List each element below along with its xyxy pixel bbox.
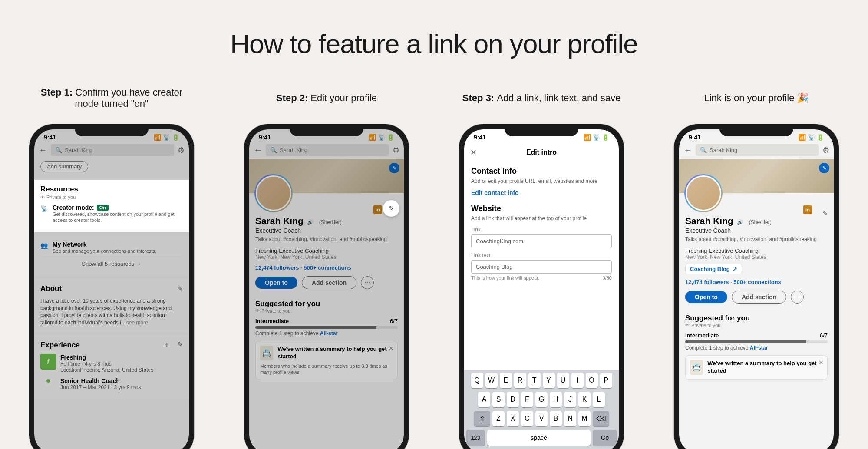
key-w[interactable]: W [485,373,498,388]
my-network-card[interactable]: 👥 My Network See and manage your connect… [34,236,189,276]
key-e[interactable]: E [500,373,512,388]
experience-item-2[interactable]: Senior Health Coach Jun 2017 – Mar 2021 … [40,377,183,390]
space-key[interactable]: space [487,430,591,446]
numbers-key[interactable]: 123 [466,430,485,446]
key-l[interactable]: L [593,392,605,407]
phone-frame-3: 9:41 📶 📡 🔋 ✕ Edit intro Contact info Add… [459,124,624,449]
add-section-button[interactable]: Add section [302,276,356,289]
link-input[interactable] [471,234,612,248]
search-input[interactable]: 🔍 Sarah King [696,144,819,156]
keyboard-row-1: QWERTYUIOP [466,373,617,388]
add-section-button[interactable]: Add section [732,291,786,304]
key-q[interactable]: Q [471,373,483,388]
linktext-input[interactable] [471,260,612,274]
edit-profile-icon[interactable]: ✎ [823,210,828,217]
keyboard[interactable]: QWERTYUIOP ASDFGHJKL ⇧ ZXCVBNM ⌫ 123 spa… [464,370,619,449]
creator-mode-item[interactable]: 📡 Creator mode: On Get discovered, showc… [40,204,183,224]
backspace-key[interactable]: ⌫ [593,411,609,426]
avatar[interactable] [684,174,723,212]
key-f[interactable]: F [521,392,533,407]
edit-experience-icon[interactable]: ✎ [177,340,183,350]
phone-screen-3: 9:41 📶 📡 🔋 ✕ Edit intro Contact info Add… [464,129,619,449]
edit-cover-icon[interactable]: ✎ [819,163,829,173]
steps-row: Step 1:Confirm you have creator mode tur… [0,85,868,449]
back-arrow-icon[interactable]: ← [39,145,47,155]
profile-actions: Open to Add section ⋯ [255,276,398,289]
key-k[interactable]: K [578,392,591,407]
key-d[interactable]: D [507,392,519,407]
go-key[interactable]: Go [593,430,617,446]
contact-subtext: Add or edit your profile URL, email, web… [471,178,612,185]
avatar[interactable] [254,174,293,212]
search-input[interactable]: 🔍 Sarah King [51,144,174,156]
search-row: ← 🔍 Sarah King ⚙ [679,141,834,159]
key-i[interactable]: I [571,373,584,388]
more-button[interactable]: ⋯ [361,276,374,289]
key-u[interactable]: U [557,373,569,388]
back-arrow-icon[interactable]: ← [254,145,262,155]
key-z[interactable]: Z [492,411,505,426]
edit-cover-icon[interactable]: ✎ [389,163,399,173]
close-icon[interactable]: ✕ [470,148,477,157]
close-icon[interactable]: ✕ [818,359,824,366]
key-t[interactable]: T [528,373,541,388]
key-x[interactable]: X [507,411,519,426]
summary-icon: 📇 [690,360,703,375]
key-h[interactable]: H [550,392,562,407]
back-arrow-icon[interactable]: ← [683,145,692,155]
show-all-link[interactable]: Show all 5 resources → [40,257,183,271]
signal-icon: 📶 [154,134,161,141]
key-a[interactable]: A [478,392,490,407]
key-y[interactable]: Y [543,373,555,388]
key-g[interactable]: G [535,392,548,407]
key-r[interactable]: R [514,373,526,388]
modal-header: ✕ Edit intro [464,141,619,162]
profile-stats[interactable]: 12,474 followers · 500+ connections [255,264,398,271]
close-icon[interactable]: ✕ [389,345,394,352]
phone-screen-2: 9:41 📶 📡 🔋 ← 🔍 Sarah King ⚙ ✎ in ✎ [249,129,404,449]
open-to-button[interactable]: Open to [255,277,297,289]
keyboard-row-3: ⇧ ZXCVBNM ⌫ [466,411,617,426]
complete-text: Complete 1 step to achieve All-star [255,330,398,337]
key-o[interactable]: O [586,373,598,388]
see-more-link[interactable]: see more [126,320,148,326]
search-input[interactable]: 🔍 Sarah King [266,144,389,156]
key-m[interactable]: M [578,411,591,426]
key-s[interactable]: S [492,392,505,407]
edit-about-icon[interactable]: ✎ [178,285,183,292]
speaker-icon[interactable]: 🔊 [737,219,743,225]
battery-icon: 🔋 [172,134,179,141]
gear-icon[interactable]: ⚙ [393,145,399,155]
gear-icon[interactable]: ⚙ [822,145,829,155]
key-v[interactable]: V [535,411,548,426]
step-1-label: Step 1:Confirm you have creator mode tur… [29,85,194,111]
shift-key[interactable]: ⇧ [474,411,490,426]
gear-icon[interactable]: ⚙ [178,145,185,155]
blog-chip[interactable]: Coaching Blog ↗ [685,264,742,274]
phone-frame-1: 9:41 📶 📡 🔋 ← 🔍 Sarah King ⚙ Add summa [29,124,194,449]
step-2-label: Step 2:Edit your profile [276,85,377,111]
summary-card[interactable]: ✕ 📇 We've written a summary to help you … [685,355,828,380]
open-to-button[interactable]: Open to [685,291,727,303]
speaker-icon[interactable]: 🔊 [307,219,314,225]
profile-stats[interactable]: 12,474 followers · 500+ connections [685,279,828,285]
key-p[interactable]: P [600,373,612,388]
phone-frame-4: 9:41 📶 📡 🔋 ← 🔍 Sarah King ⚙ ✎ in ✎ [674,124,839,449]
more-button[interactable]: ⋯ [791,291,804,304]
eye-icon: 👁 [40,195,45,200]
private-row: 👁 Private to you [40,195,183,200]
edit-profile-button[interactable]: ✎ [383,200,399,217]
summary-card[interactable]: ✕ 📇 We've written a summary to help you … [255,341,398,380]
edit-contact-link[interactable]: Edit contact info [471,189,612,196]
key-n[interactable]: N [564,411,576,426]
key-b[interactable]: B [550,411,562,426]
suggested-title: Suggested for you [255,300,398,308]
profile-location: New York, New York, United States [255,254,398,260]
experience-item-1[interactable]: f Freshing Full-time · 4 yrs 8 mos Locat… [40,354,183,373]
eye-icon: 👁 [685,323,690,327]
add-experience-icon[interactable]: ＋ [163,340,170,350]
add-summary-button[interactable]: Add summary [40,161,88,172]
key-c[interactable]: C [521,411,533,426]
people-icon: 👥 [40,242,48,254]
key-j[interactable]: J [564,392,576,407]
